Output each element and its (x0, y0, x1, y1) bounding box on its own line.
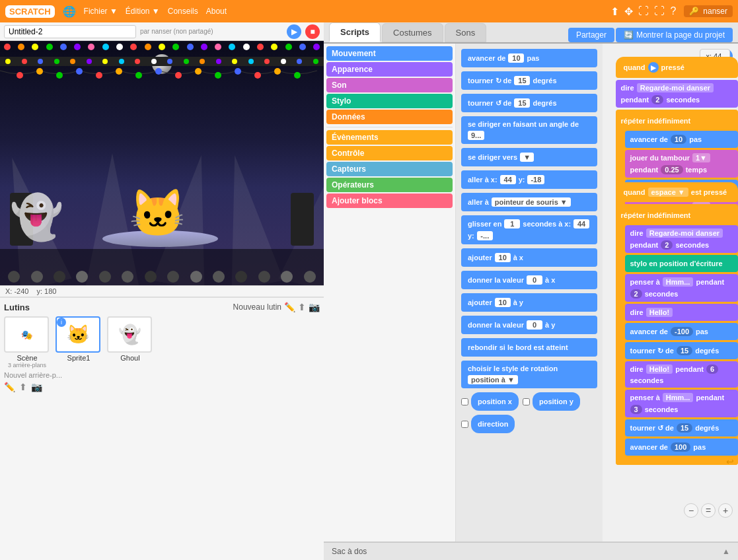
block-aller-xy[interactable]: aller à x: 44 y: -18 (461, 170, 597, 189)
block-aller-pointeur[interactable]: aller à pointeur de souris ▼ (461, 193, 597, 211)
tab-costumes[interactable]: Costumes (382, 23, 443, 42)
upload-icon[interactable]: ⬆ (610, 5, 619, 18)
block-list: avancer de 10 pas tourner ↻ de 15 degrés… (456, 44, 603, 542)
block-repeter-1[interactable]: répéter indéfiniment (616, 112, 739, 129)
zoom-out-button[interactable]: − (684, 503, 698, 518)
reporter-direction[interactable]: direction (461, 415, 515, 433)
block-ajouter-x[interactable]: ajouter 10 à x (461, 248, 597, 267)
category-control[interactable]: Contrôle (326, 146, 453, 160)
paint-new-sprite-icon[interactable]: ✏️ (284, 302, 295, 312)
scene-label: Scène (4, 354, 50, 362)
block-se-diriger-angle[interactable]: se diriger en faisant un angle de 9... (461, 116, 597, 144)
block-ajouter-y[interactable]: ajouter 10 à y (461, 293, 597, 312)
block-avancer-10[interactable]: avancer de 10 pas (625, 131, 739, 148)
fullscreen-icon[interactable]: ⛶ (638, 5, 649, 17)
paint-backdrop-icon[interactable]: ✏️ (4, 382, 15, 392)
block-tourner-15[interactable]: tourner ↻ de 15 degrés (625, 342, 739, 359)
checkbox-position-x[interactable] (461, 398, 468, 405)
menu-fichier[interactable]: Fichier ▼ (84, 7, 118, 16)
backdrop-tools: ✏️ ⬆ 📷 (4, 382, 320, 392)
category-operators[interactable]: Opérateurs (326, 178, 453, 192)
reporter-position-y[interactable]: position y (523, 392, 580, 411)
category-motion[interactable]: Mouvement (326, 46, 453, 61)
category-pen[interactable]: Stylo (326, 94, 453, 108)
hat-block-flag[interactable]: quand ▶ pressé (616, 57, 739, 78)
block-choisir-style[interactable]: choisir le style de rotation position à … (461, 361, 597, 388)
block-jouer-tambour-1[interactable]: jouer du tambour 1▼ pendant 0.25 temps (625, 150, 739, 178)
share-button[interactable]: Partager (568, 28, 614, 42)
hat-block-space[interactable]: quand espace ▼ est pressé (616, 182, 739, 202)
string-lights (0, 67, 324, 81)
block-tourner-ccw[interactable]: tourner ↺ de 15 degrés (461, 94, 597, 112)
category-looks[interactable]: Apparence (326, 62, 453, 77)
block-avancer-100[interactable]: avancer de 100 pas (625, 438, 739, 456)
block-dire-2[interactable]: dire Regarde-moi danser pendant 2 second… (625, 225, 739, 253)
block-dire-hello-1[interactable]: dire Hello! (625, 304, 739, 321)
sac-a-dos[interactable]: Sac à dos ▲ (324, 542, 738, 560)
category-sensing[interactable]: Capteurs (326, 162, 453, 176)
svg-point-12 (254, 72, 261, 79)
shrink-icon[interactable]: ⛶ (654, 5, 665, 17)
block-glisser[interactable]: glisser en 1 secondes à x: 44 y: -... (461, 215, 597, 244)
menu-edition[interactable]: Édition ▼ (126, 7, 160, 16)
block-tourner-cw[interactable]: tourner ↻ de 15 degrés (461, 71, 597, 90)
zoom-in-button[interactable]: + (718, 503, 733, 518)
svg-point-8 (175, 72, 182, 79)
sprite-item-sprite1[interactable]: i 🐱 Sprite1 (55, 316, 102, 368)
upload-sprite-icon[interactable]: ⬆ (298, 302, 306, 312)
scripts-canvas[interactable]: ? x: 44 y: -17 quand ▶ pressé dire Regar… (603, 44, 739, 542)
user-icon: 🔑 (689, 7, 699, 16)
user-area[interactable]: 🔑 nanser (684, 5, 733, 17)
block-rebondir[interactable]: rebondir si le bord est atteint (461, 338, 597, 357)
checkbox-direction[interactable] (461, 421, 468, 428)
zoom-reset-button[interactable]: = (701, 503, 716, 518)
category-events[interactable]: Évènements (326, 130, 453, 145)
globe-icon[interactable]: 🌐 (63, 5, 76, 18)
sprite-info-badge[interactable]: i (57, 318, 66, 327)
svg-point-14 (294, 72, 301, 79)
block-dire-1[interactable]: dire Regarde-moi danser pendant 2 second… (616, 80, 739, 108)
show-page-button[interactable]: 🔄 Montrer la page du projet (616, 28, 733, 42)
scene-thumbnail: 🎭 (4, 316, 49, 353)
stop-button[interactable]: ■ (305, 24, 320, 39)
menubar: SCRATCH 🌐 Fichier ▼ Édition ▼ Conseils A… (0, 0, 738, 22)
coord-bar: X: -240 y: 180 (0, 285, 324, 297)
block-stylo[interactable]: stylo en position d'écriture (625, 255, 739, 272)
stage-canvas: 👻 🐱 (0, 41, 324, 285)
help-icon[interactable]: ? (670, 5, 676, 17)
scratch-logo[interactable]: SCRATCH (5, 5, 55, 18)
sprite-item-scene[interactable]: 🎭 Scène 3 arrière-plans (4, 316, 50, 368)
category-data[interactable]: Données (326, 110, 453, 124)
tab-scripts[interactable]: Scripts (329, 22, 381, 42)
ghoul-label: Ghoul (107, 354, 153, 362)
ghoul-thumbnail: 👻 (107, 316, 152, 353)
camera-backdrop-icon[interactable]: 📷 (31, 382, 42, 392)
project-title-input[interactable] (4, 25, 136, 38)
cat-sprite: 🐱 (129, 186, 186, 240)
category-more[interactable]: Ajouter blocs (326, 193, 453, 208)
svg-point-6 (135, 72, 142, 79)
block-donner-y[interactable]: donner la valeur 0 à y (461, 316, 597, 334)
menu-conseils[interactable]: Conseils (168, 7, 198, 16)
sprite-item-ghoul[interactable]: 👻 Ghoul (107, 316, 153, 368)
reporter-position-x[interactable]: position x (461, 392, 519, 411)
camera-sprite-icon[interactable]: 📷 (309, 302, 320, 312)
category-sound[interactable]: Son (326, 78, 453, 92)
svg-point-2 (56, 72, 63, 79)
block-avancer-m100[interactable]: avancer de -100 pas (625, 323, 739, 340)
script-group-2: quand espace ▼ est pressé répéter indéfi… (616, 182, 739, 465)
checkbox-position-y[interactable] (523, 398, 530, 405)
block-penser-2[interactable]: penser à Hmm... pendant 3 secondes (625, 390, 739, 417)
green-flag-button[interactable]: ▶ (287, 24, 301, 39)
block-donner-x[interactable]: donner la valeur 0 à x (461, 271, 597, 289)
block-dire-hello-2[interactable]: dire Hello! pendant 6 secondes (625, 361, 739, 388)
menu-about[interactable]: About (206, 7, 227, 16)
block-penser-1[interactable]: penser à Hmm... pendant 2 secondes (625, 274, 739, 302)
tab-sons[interactable]: Sons (445, 23, 487, 42)
move-icon[interactable]: ✥ (624, 5, 633, 18)
block-repeter-2[interactable]: répéter indéfiniment (616, 207, 739, 224)
upload-backdrop-icon[interactable]: ⬆ (19, 382, 27, 392)
block-se-diriger-vers[interactable]: se diriger vers ▼ (461, 148, 597, 166)
block-tourner-ccw-15[interactable]: tourner ↺ de 15 degrés (625, 419, 739, 437)
block-avancer[interactable]: avancer de 10 pas (461, 49, 597, 67)
